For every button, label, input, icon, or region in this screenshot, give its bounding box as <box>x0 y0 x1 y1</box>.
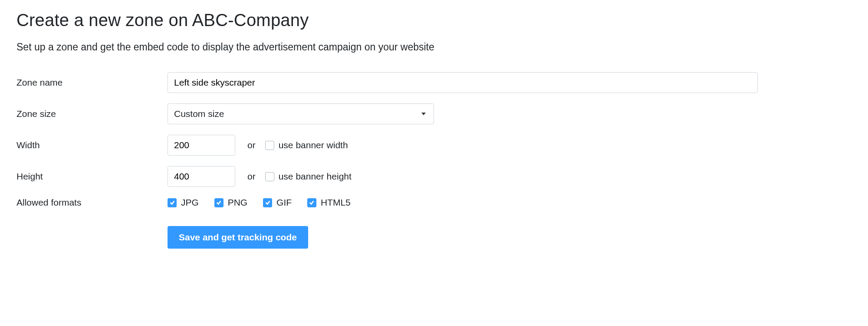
format-png-label: PNG <box>228 197 248 208</box>
zone-size-select[interactable]: Custom size <box>168 103 434 124</box>
zone-name-input[interactable] <box>168 72 758 93</box>
use-banner-width-label: use banner width <box>279 140 348 150</box>
format-png-wrapper[interactable]: PNG <box>214 197 248 208</box>
format-png-checkbox[interactable] <box>214 198 224 207</box>
page-title: Create a new zone on ABC-Company <box>16 10 852 30</box>
format-html5-checkbox[interactable] <box>307 198 316 207</box>
format-gif-label: GIF <box>276 197 292 208</box>
width-row: Width or use banner width <box>16 135 852 156</box>
allowed-formats-row: Allowed formats JPG PNG GIF HTML5 <box>16 197 852 208</box>
height-input[interactable] <box>168 166 235 187</box>
format-html5-label: HTML5 <box>321 197 351 208</box>
use-banner-height-label: use banner height <box>279 171 352 182</box>
format-jpg-checkbox[interactable] <box>168 198 177 207</box>
zone-name-label: Zone name <box>16 77 168 88</box>
format-html5-wrapper[interactable]: HTML5 <box>307 197 351 208</box>
width-label: Width <box>16 140 168 150</box>
zone-size-selected: Custom size <box>174 109 224 119</box>
zone-size-label: Zone size <box>16 109 168 119</box>
save-button[interactable]: Save and get tracking code <box>168 226 308 249</box>
zone-name-row: Zone name <box>16 72 852 93</box>
width-input[interactable] <box>168 135 235 156</box>
caret-down-icon <box>421 113 426 115</box>
zone-size-row: Zone size Custom size <box>16 103 852 124</box>
allowed-formats-label: Allowed formats <box>16 197 168 208</box>
format-jpg-wrapper[interactable]: JPG <box>168 197 199 208</box>
height-or-text: or <box>247 171 256 182</box>
use-banner-height-wrapper[interactable]: use banner height <box>265 171 352 182</box>
submit-row: Save and get tracking code <box>16 218 852 249</box>
use-banner-height-checkbox[interactable] <box>265 172 274 181</box>
height-label: Height <box>16 171 168 182</box>
format-gif-wrapper[interactable]: GIF <box>263 197 292 208</box>
use-banner-width-checkbox[interactable] <box>265 141 274 150</box>
allowed-formats-options: JPG PNG GIF HTML5 <box>168 197 364 208</box>
height-row: Height or use banner height <box>16 166 852 187</box>
width-or-text: or <box>247 140 256 150</box>
page-subtitle: Set up a zone and get the embed code to … <box>16 41 852 53</box>
use-banner-width-wrapper[interactable]: use banner width <box>265 140 348 150</box>
format-gif-checkbox[interactable] <box>263 198 272 207</box>
format-jpg-label: JPG <box>181 197 199 208</box>
